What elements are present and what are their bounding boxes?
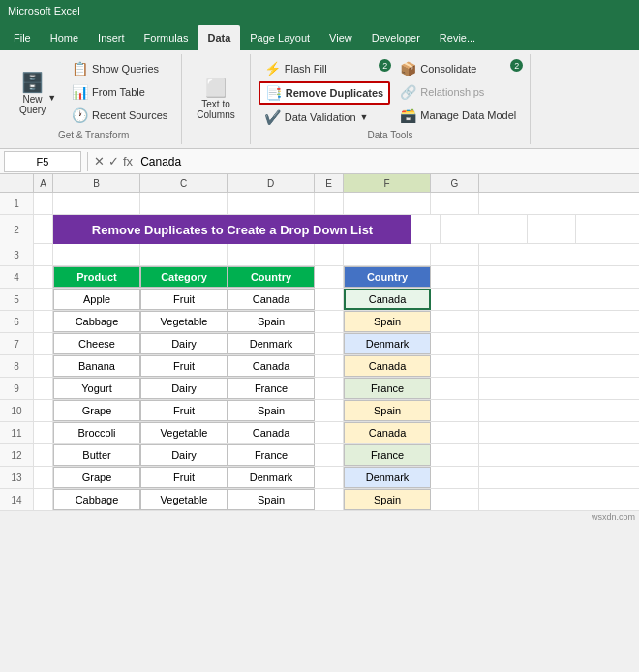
cell-f3[interactable] [344, 244, 431, 265]
cell-e9[interactable] [315, 378, 344, 399]
cell-b7[interactable]: Cheese [53, 333, 140, 354]
cell-a3[interactable] [34, 244, 53, 265]
cell-c1[interactable] [140, 193, 228, 214]
cell-f12[interactable]: France [344, 444, 431, 466]
tab-insert[interactable]: Insert [88, 25, 135, 50]
cell-e2[interactable] [411, 215, 441, 244]
cell-e12[interactable] [315, 444, 344, 466]
cell-b4-header[interactable]: Product [53, 266, 140, 288]
col-header-e[interactable]: E [315, 174, 344, 192]
col-header-a[interactable]: A [34, 174, 53, 192]
cell-g1[interactable] [431, 193, 479, 214]
data-validation-button[interactable]: ✔️ Data Validation ▼ [259, 107, 390, 128]
cell-c13[interactable]: Fruit [140, 467, 228, 488]
cell-e1[interactable] [315, 193, 344, 214]
cell-e3[interactable] [315, 244, 344, 265]
cell-b10[interactable]: Grape [53, 400, 140, 421]
cell-a8[interactable] [34, 355, 53, 377]
cell-c7[interactable]: Dairy [140, 333, 228, 354]
cell-b6[interactable]: Cabbage [53, 311, 140, 332]
remove-duplicates-button[interactable]: 📑 Remove Duplicates [259, 81, 390, 105]
tab-page-layout[interactable]: Page Layout [240, 25, 320, 50]
cell-a12[interactable] [34, 444, 53, 466]
cell-c10[interactable]: Fruit [140, 400, 228, 421]
cell-e8[interactable] [315, 355, 344, 377]
cell-c8[interactable]: Fruit [140, 355, 228, 377]
cell-f8[interactable]: Canada [344, 355, 431, 377]
name-box[interactable]: F5 [4, 151, 81, 172]
cell-c6[interactable]: Vegetable [140, 311, 228, 332]
cell-f9[interactable]: France [344, 378, 431, 399]
cell-c5[interactable]: Fruit [140, 289, 228, 310]
tab-data[interactable]: Data [198, 25, 240, 50]
cell-a6[interactable] [34, 311, 53, 332]
cell-c4-header[interactable]: Category [140, 266, 228, 288]
cell-g6[interactable] [431, 311, 479, 332]
cell-f1[interactable] [344, 193, 431, 214]
cell-g2[interactable] [528, 215, 576, 244]
cell-e5[interactable] [315, 289, 344, 310]
cell-g5[interactable] [431, 289, 479, 310]
flash-fill-button[interactable]: ⚡ Flash Fill 2 [259, 58, 390, 79]
cell-g14[interactable] [431, 489, 479, 510]
cell-b1[interactable] [53, 193, 140, 214]
cell-b3[interactable] [53, 244, 140, 265]
cell-g4[interactable] [431, 266, 479, 288]
cell-d13[interactable]: Denmark [228, 467, 315, 488]
cell-g8[interactable] [431, 355, 479, 377]
manage-data-model-button[interactable]: 🗃️ Manage Data Model [394, 105, 522, 126]
cell-d11[interactable]: Canada [228, 422, 315, 443]
cell-a2[interactable] [34, 215, 53, 244]
cell-g10[interactable] [431, 400, 479, 421]
cell-g12[interactable] [431, 444, 479, 466]
cell-d14[interactable]: Spain [228, 489, 315, 510]
cell-a14[interactable] [34, 489, 53, 510]
cell-c11[interactable]: Vegetable [140, 422, 228, 443]
cell-a5[interactable] [34, 289, 53, 310]
cell-f7[interactable]: Denmark [344, 333, 431, 354]
tab-formulas[interactable]: Formulas [135, 25, 198, 50]
cell-c14[interactable]: Vegetable [140, 489, 228, 510]
col-header-d[interactable]: D [228, 174, 315, 192]
cell-c9[interactable]: Dairy [140, 378, 228, 399]
cell-f4-header[interactable]: Country [344, 266, 431, 288]
col-header-f[interactable]: F [344, 174, 431, 192]
cell-b9[interactable]: Yogurt [53, 378, 140, 399]
cell-f5[interactable]: Canada [344, 289, 431, 310]
consolidate-button[interactable]: 📦 Consolidate 2 [394, 58, 522, 79]
cell-a1[interactable] [34, 193, 53, 214]
col-header-b[interactable]: B [53, 174, 140, 192]
cell-f13[interactable]: Denmark [344, 467, 431, 488]
cell-g11[interactable] [431, 422, 479, 443]
tab-developer[interactable]: Developer [362, 25, 430, 50]
cell-b14[interactable]: Cabbage [53, 489, 140, 510]
text-to-columns-button[interactable]: ⬜ Text toColumns [190, 58, 241, 138]
cell-e13[interactable] [315, 467, 344, 488]
cell-g7[interactable] [431, 333, 479, 354]
recent-sources-button[interactable]: 🕐 Recent Sources [66, 105, 173, 126]
cancel-icon[interactable]: ✕ [94, 154, 105, 168]
from-table-button[interactable]: 📊 From Table [66, 81, 173, 103]
cell-d4-header[interactable]: Country [228, 266, 315, 288]
tab-review[interactable]: Revie... [430, 25, 485, 50]
cell-d1[interactable] [228, 193, 315, 214]
cell-e4[interactable] [315, 266, 344, 288]
col-header-g[interactable]: G [431, 174, 479, 192]
cell-d9[interactable]: France [228, 378, 315, 399]
cell-a13[interactable] [34, 467, 53, 488]
cell-f10[interactable]: Spain [344, 400, 431, 421]
data-validation-arrow[interactable]: ▼ [360, 112, 369, 122]
cell-d10[interactable]: Spain [228, 400, 315, 421]
cell-d8[interactable]: Canada [228, 355, 315, 377]
cell-c3[interactable] [140, 244, 228, 265]
cell-a4[interactable] [34, 266, 53, 288]
tab-view[interactable]: View [320, 25, 362, 50]
cell-d5[interactable]: Canada [228, 289, 315, 310]
new-query-button[interactable]: 🗄️ New Query ▼ [14, 58, 62, 128]
cell-b5[interactable]: Apple [53, 289, 140, 310]
tab-home[interactable]: Home [41, 25, 88, 50]
function-icon[interactable]: fx [123, 154, 133, 168]
cell-c12[interactable]: Dairy [140, 444, 228, 466]
cell-a9[interactable] [34, 378, 53, 399]
col-header-c[interactable]: C [140, 174, 228, 192]
